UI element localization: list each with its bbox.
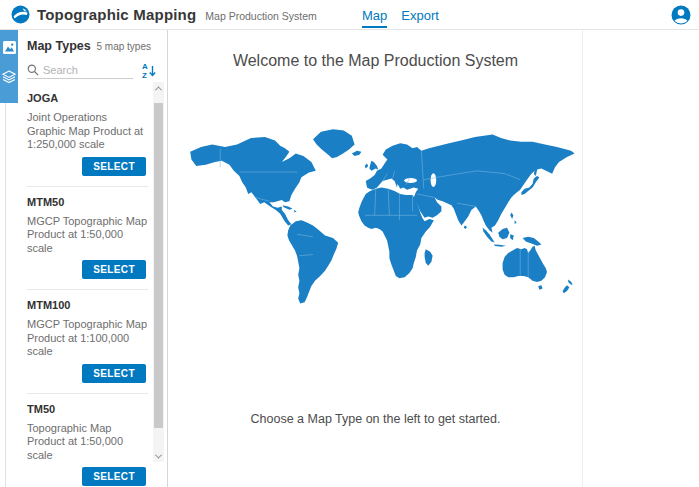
app-window: Topographic Mapping Map Production Syste… (0, 0, 699, 487)
list-item-mtm50: MTM50 MGCP Topographic Map Product at 1:… (27, 187, 148, 291)
search-row: A Z (27, 62, 157, 79)
nav-tab-map[interactable]: Map (362, 2, 387, 28)
panel-edge-line (5, 103, 6, 487)
app-header: Topographic Mapping Map Production Syste… (0, 0, 699, 30)
panel-title: Map Types (27, 39, 91, 53)
map-type-description: Joint Operations Graphic Map Product at … (27, 111, 148, 152)
select-button-mtm50[interactable]: SELECT (82, 260, 146, 279)
select-button-tm50[interactable]: SELECT (82, 467, 146, 486)
select-button-mtm100[interactable]: SELECT (82, 364, 146, 383)
scrollbar-thumb[interactable] (154, 103, 163, 428)
select-button-joga[interactable]: SELECT (82, 157, 146, 176)
map-type-name: MTM100 (27, 299, 148, 311)
top-nav: Map Export (362, 0, 439, 30)
app-subtitle: Map Production System (205, 10, 316, 22)
chevron-down-icon[interactable] (153, 450, 164, 462)
world-map-image (177, 128, 577, 320)
sidebar-scrollbar[interactable] (153, 82, 164, 462)
widget-tool-strip (0, 30, 18, 103)
map-type-description: MGCP Topographic Map Product at 1:50,000… (27, 215, 148, 256)
list-item-mtm100: MTM100 MGCP Topographic Map Product at 1… (27, 290, 148, 394)
chevron-up-icon[interactable] (153, 82, 164, 94)
app-title: Topographic Mapping (37, 6, 196, 23)
globe-logo-icon (11, 5, 30, 24)
map-type-count: 5 map types (97, 41, 151, 52)
search-icon (27, 64, 39, 76)
map-type-description: MGCP Topographic Map Product at 1:100,00… (27, 318, 148, 359)
map-types-panel: Map Types 5 map types A Z JOGA Joint Op (18, 30, 168, 487)
list-item-tm50: TM50 Topographic Map Product at 1:50,000… (27, 394, 148, 487)
welcome-panel: Welcome to the Map Production System (169, 30, 583, 487)
map-type-name: TM50 (27, 403, 148, 415)
map-type-description: Topographic Map Product at 1:50,000 scal… (27, 422, 148, 463)
search-input[interactable] (43, 64, 119, 76)
map-tool-icon[interactable] (0, 34, 18, 60)
instruction-text: Choose a Map Type on the left to get sta… (169, 412, 582, 426)
map-type-list: JOGA Joint Operations Graphic Map Produc… (27, 83, 148, 487)
map-type-name: JOGA (27, 92, 148, 104)
welcome-heading: Welcome to the Map Production System (169, 52, 582, 70)
sort-az-icon[interactable]: A Z (141, 62, 157, 79)
list-item-joga: JOGA Joint Operations Graphic Map Produc… (27, 83, 148, 187)
nav-tab-export[interactable]: Export (401, 2, 439, 28)
user-avatar-icon[interactable] (671, 5, 691, 25)
svg-text:Z: Z (142, 71, 147, 80)
layers-icon[interactable] (0, 64, 18, 90)
main-content: Welcome to the Map Production System (169, 30, 699, 487)
map-type-name: MTM50 (27, 196, 148, 208)
